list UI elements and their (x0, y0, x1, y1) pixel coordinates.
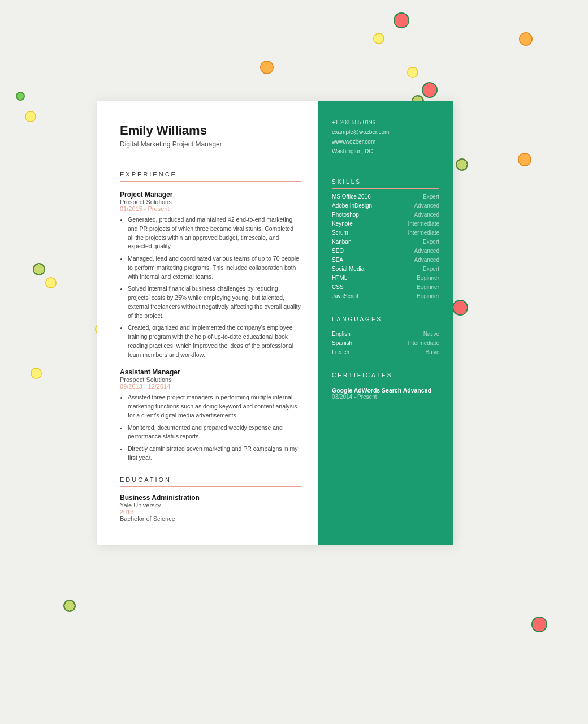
company-2: Prospect Solutions (120, 376, 301, 383)
cert-name-1: Google AdWords Search Advanced (332, 387, 439, 394)
language-row-1: English Native (332, 331, 439, 337)
fruit-watermelon-1 (394, 12, 409, 28)
fruit-watermelon-3 (452, 300, 468, 316)
skills-section: SKILLS MS Office 2016 Expert Adobe InDes… (332, 179, 439, 299)
fruit-watermelon-2 (422, 82, 438, 98)
skill-level-4: Intermediate (408, 221, 439, 227)
skill-level-7: Advanced (414, 248, 439, 254)
skill-name-3: Photoshop (332, 212, 359, 218)
skill-name-10: HTML (332, 275, 347, 281)
bullet-2-1: Assisted three project managers in perfo… (128, 393, 301, 420)
skill-level-9: Expert (423, 266, 439, 272)
languages-section: LANGUAGES English Native Spanish Interme… (332, 316, 439, 355)
fruit-lemon-6 (31, 368, 42, 379)
language-name-2: Spanish (332, 340, 352, 346)
skill-name-9: Social Media (332, 266, 364, 272)
cert-dates-1: 03/2014 - Present (332, 394, 439, 400)
skill-name-12: JavaScript (332, 293, 358, 299)
dates-2: 09/2013 - 12/2014 (120, 383, 301, 390)
job-1: Project Manager Prospect Solutions 01/20… (120, 191, 301, 359)
education-section-title: EDUCATION (120, 476, 301, 487)
skill-level-12: Beginner (417, 293, 439, 299)
skill-row-3: Photoshop Advanced (332, 212, 439, 218)
skill-row-9: Social Media Expert (332, 266, 439, 272)
bullet-1-1: Generated, produced and maintained 42 en… (128, 216, 301, 251)
skill-level-6: Expert (423, 239, 439, 245)
language-level-3: Basic (426, 349, 439, 355)
skill-name-5: Scrum (332, 230, 348, 236)
skill-row-8: SEA Advanced (332, 257, 439, 263)
cert-1: Google AdWords Search Advanced 03/2014 -… (332, 387, 439, 400)
candidate-name: Emily Williams (120, 123, 301, 138)
skill-name-4: Keynote (332, 221, 353, 227)
fruit-lemon-4 (45, 277, 57, 288)
skill-row-11: CSS Beginner (332, 284, 439, 290)
fruit-orange-3 (518, 153, 531, 166)
skill-level-10: Beginner (417, 275, 439, 281)
edu-degree: Bachelor of Science (120, 515, 301, 522)
bullets-2: Assisted three project managers in perfo… (120, 393, 301, 462)
edu-year: 2013 (120, 508, 301, 515)
bullet-2-2: Monitored, documented and prepared weekl… (128, 424, 301, 442)
fruit-kiwi-3 (33, 263, 45, 275)
fruit-lemon-1 (373, 33, 384, 44)
language-name-3: French (332, 349, 349, 355)
language-name-1: English (332, 331, 351, 337)
candidate-title: Digital Marketing Project Manager (120, 140, 301, 148)
bullet-2-3: Directly administrated seven marketing a… (128, 445, 301, 463)
certificates-section-title: CERTIFICATES (332, 372, 439, 382)
skill-row-4: Keynote Intermediate (332, 221, 439, 227)
skill-name-8: SEA (332, 257, 343, 263)
skill-name-11: CSS (332, 284, 344, 290)
language-row-3: French Basic (332, 349, 439, 355)
skill-level-8: Advanced (414, 257, 439, 263)
experience-section: EXPERIENCE Project Manager Prospect Solu… (120, 171, 301, 463)
job-title-1: Project Manager (120, 191, 301, 199)
skill-level-2: Advanced (414, 202, 439, 209)
skill-row-2: Adobe InDesign Advanced (332, 202, 439, 209)
certificates-section: CERTIFICATES Google AdWords Search Advan… (332, 372, 439, 400)
bullets-1: Generated, produced and maintained 42 en… (120, 216, 301, 359)
contact-email: example@wozber.com (332, 127, 439, 137)
skill-level-5: Intermediate (408, 230, 439, 236)
fruit-kiwi-2 (456, 158, 468, 171)
left-panel: Emily Williams Digital Marketing Project… (97, 101, 318, 545)
skill-name-7: SEO (332, 248, 344, 254)
fruit-lemon-3 (25, 111, 36, 122)
dates-1: 01/2015 - Present (120, 205, 301, 212)
language-row-2: Spanish Intermediate (332, 340, 439, 346)
company-1: Prospect Solutions (120, 199, 301, 205)
skill-level-11: Beginner (417, 284, 439, 290)
edu-field: Business Administration (120, 494, 301, 502)
resume-document: Emily Williams Digital Marketing Project… (97, 101, 453, 545)
job-title-2: Assistant Manager (120, 368, 301, 376)
contact-phone: +1-202-555-0196 (332, 118, 439, 127)
skill-row-7: SEO Advanced (332, 248, 439, 254)
skill-row-10: HTML Beginner (332, 275, 439, 281)
skills-section-title: SKILLS (332, 179, 439, 189)
bullet-1-4: Created, organized and implemented the c… (128, 324, 301, 359)
skill-level-3: Advanced (414, 212, 439, 218)
education-section: EDUCATION Business Administration Yale U… (120, 476, 301, 522)
contact-website: www.wozber.com (332, 137, 439, 146)
bullet-1-3: Solved internal financial business chall… (128, 285, 301, 320)
experience-section-title: EXPERIENCE (120, 171, 301, 182)
edu-1: Business Administration Yale University … (120, 494, 301, 522)
fruit-lime-1 (16, 92, 25, 101)
skill-name-2: Adobe InDesign (332, 202, 372, 209)
fruit-kiwi-4 (63, 600, 76, 612)
bullet-1-2: Managed, lead and coordinated various te… (128, 255, 301, 281)
skill-row-5: Scrum Intermediate (332, 230, 439, 236)
contact-info: +1-202-555-0196 example@wozber.com www.w… (332, 118, 439, 156)
language-level-1: Native (423, 331, 439, 337)
skill-name-6: Kanban (332, 239, 351, 245)
language-level-2: Intermediate (408, 340, 439, 346)
skill-row-12: JavaScript Beginner (332, 293, 439, 299)
fruit-lemon-2 (407, 67, 418, 78)
edu-institution: Yale University (120, 502, 301, 508)
skill-name-1: MS Office 2016 (332, 193, 371, 200)
job-2: Assistant Manager Prospect Solutions 09/… (120, 368, 301, 462)
skill-row-6: Kanban Expert (332, 239, 439, 245)
languages-section-title: LANGUAGES (332, 316, 439, 326)
fruit-orange-1 (519, 32, 533, 46)
